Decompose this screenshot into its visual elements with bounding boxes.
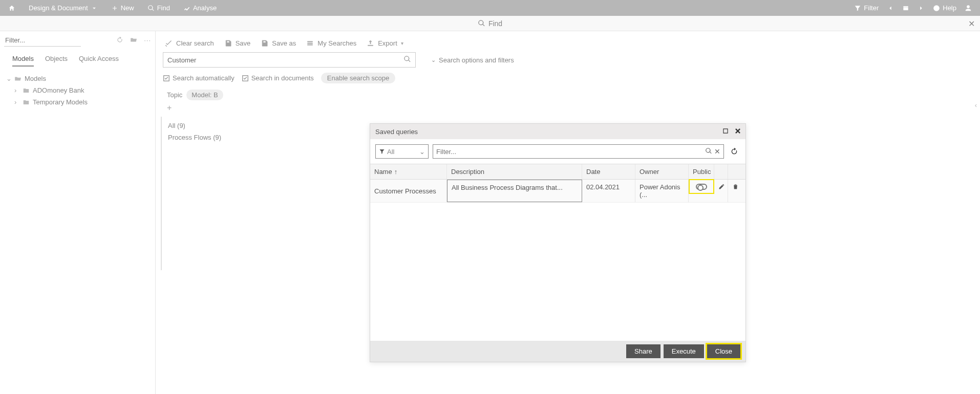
clear-icon[interactable]: ✕ [714,147,720,156]
refresh-button[interactable] [728,145,740,158]
results-collapse-handle[interactable]: ‹ [975,101,977,109]
home-icon[interactable] [4,0,19,16]
export-button[interactable]: Export ▾ [367,39,403,47]
public-toggle[interactable] [689,179,714,194]
chip-topic-label: Topic [163,91,182,99]
chevron-down-icon: ▾ [401,40,403,46]
edit-button[interactable] [714,180,728,202]
filter-scope-select[interactable]: All ⌄ [375,144,429,159]
find-title: Find [488,19,502,28]
sort-asc-icon: ↑ [394,168,398,176]
window-icon[interactable] [898,0,913,16]
clear-search-button[interactable]: Clear search [165,39,214,47]
tree-root-models[interactable]: ⌄ Models [3,73,152,84]
checkbox-checked-icon [242,75,249,82]
checkbox-search-docs[interactable]: Search in documents [242,74,314,82]
save-as-icon [261,39,268,47]
filter-label: Filter [864,4,879,12]
export-icon [367,39,374,47]
close-icon[interactable]: ✕ [968,18,975,28]
search-icon [147,5,155,12]
tab-quick-access[interactable]: Quick Access [79,55,119,67]
user-icon[interactable] [961,0,976,16]
tab-objects[interactable]: Objects [45,55,68,67]
maximize-icon[interactable] [722,127,729,136]
delete-button[interactable] [728,180,742,202]
design-document-menu[interactable]: Design & Document [25,0,102,16]
tree-item-label: Temporary Models [33,98,88,106]
help-label: Help [943,4,956,12]
search-icon[interactable] [403,55,411,64]
checkbox-checked-icon [163,75,170,82]
sidebar-filter-input[interactable] [4,34,81,47]
clear-icon [165,39,173,47]
my-searches-button[interactable]: My Searches [306,39,356,47]
funnel-icon [379,148,385,155]
cell-date: 02.04.2021 [582,180,635,202]
design-document-label: Design & Document [29,4,88,12]
search-icon[interactable] [705,147,712,156]
col-edit [714,164,728,179]
chevron-right-icon: › [14,86,19,94]
refresh-icon[interactable] [116,36,123,45]
find-label: Find [157,4,170,12]
col-owner[interactable]: Owner [635,164,689,179]
table-body-empty [370,203,745,341]
execute-button[interactable]: Execute [664,344,704,358]
help-button[interactable]: Help [929,0,961,16]
folder-open-icon[interactable] [130,36,138,45]
chevron-down-icon: ⌄ [419,148,425,156]
select-value: All [387,148,394,156]
checkbox-search-auto[interactable]: Search automatically [163,74,235,82]
analyse-button[interactable]: Analyse [179,0,221,16]
col-date[interactable]: Date [582,164,635,179]
col-public[interactable]: Public [689,164,714,179]
close-icon[interactable] [734,127,741,136]
dialog-filter-input[interactable] [436,148,705,156]
add-filter-button[interactable]: + [167,103,172,112]
svg-point-0 [933,5,940,11]
filter-button[interactable]: Filter [850,0,883,16]
checkbox-auto-label: Search automatically [173,74,235,82]
chip-model[interactable]: Model: B [186,90,223,100]
tree-item-temporary[interactable]: › Temporary Models [3,96,152,108]
tab-models[interactable]: Models [12,55,34,67]
dialog-title: Saved queries [375,128,418,136]
nav-prev-button[interactable] [883,0,898,16]
cell-owner: Power Adonis (... [635,180,689,202]
folder-icon [23,99,30,106]
col-name[interactable]: Name↑ [370,164,447,179]
search-icon [478,19,485,27]
search-options-toggle[interactable]: ⌄ Search options and filters [431,56,514,64]
table-header: Name↑ Description Date Owner Public [370,164,745,180]
save-icon [224,39,232,47]
tree-item-label: ADOmoney Bank [33,86,84,94]
save-as-button[interactable]: Save as [261,39,296,47]
search-options-label: Search options and filters [439,56,514,64]
share-button[interactable]: Share [626,344,661,358]
save-label: Save [236,39,251,47]
folder-icon [23,87,30,94]
cell-description: All Business Process Diagrams that... [447,180,582,202]
list-icon [306,39,314,47]
plus-icon [111,5,118,12]
save-as-label: Save as [272,39,296,47]
checkbox-docs-label: Search in documents [251,74,314,82]
close-button[interactable]: Close [707,344,740,358]
tree-item-adomoney[interactable]: › ADOmoney Bank [3,84,152,96]
nav-next-button[interactable] [913,0,929,16]
scope-pill[interactable]: Enable search scope [321,73,395,83]
search-input[interactable] [167,56,403,64]
new-button[interactable]: New [107,0,138,16]
find-page-header: Find ✕ [0,16,980,31]
chevron-down-icon: ⌄ [6,75,11,82]
window-square-icon [902,5,909,12]
table-row[interactable]: Customer Processes All Business Process … [370,180,745,203]
main-area: Clear search Save Save as My Searches Ex… [156,31,980,394]
save-button[interactable]: Save [224,39,251,47]
more-icon[interactable]: ··· [144,36,151,45]
analyse-label: Analyse [193,4,217,12]
sidebar: ‹ ··· Models Objects Quick Access ⌄ Mo [0,31,156,394]
col-description[interactable]: Description [447,164,582,179]
find-button[interactable]: Find [143,0,174,16]
